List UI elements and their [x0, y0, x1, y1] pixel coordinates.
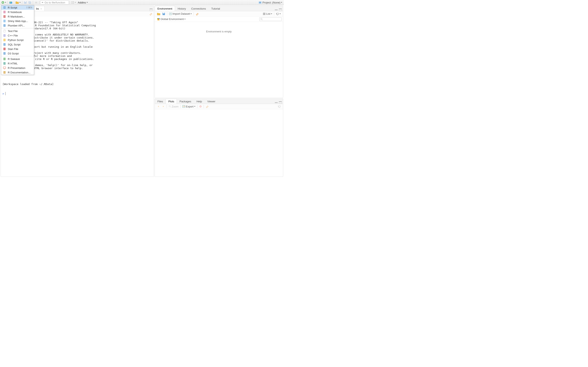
plot-prev-button[interactable]: [156, 104, 161, 108]
shiny-icon: [3, 19, 6, 23]
svg-rect-49: [163, 13, 164, 13]
zoom-button[interactable]: Zoom: [168, 104, 180, 108]
environment-scope-row: Global Environment: [155, 17, 283, 22]
svg-rect-24: [4, 25, 5, 26]
menu-item-python[interactable]: Python Script: [1, 38, 34, 42]
new-file-button[interactable]: [1, 0, 7, 4]
tab-tutorial[interactable]: Tutorial: [209, 6, 223, 11]
svg-rect-56: [275, 102, 278, 103]
grid-button[interactable]: [71, 0, 76, 4]
minimize-icon[interactable]: [275, 101, 278, 104]
clear-workspace-button[interactable]: [195, 12, 200, 16]
r-script-icon: [3, 6, 6, 9]
save-button[interactable]: [23, 0, 27, 4]
svg-rect-18: [4, 11, 5, 13]
menu-item-r-notebook[interactable]: R Notebook: [1, 10, 34, 14]
menu-item-label: R Script: [8, 6, 26, 9]
tab-packages[interactable]: Packages: [177, 99, 194, 104]
goto-file-function-input[interactable]: Go to file/function: [40, 0, 69, 4]
clear-plots-button[interactable]: [205, 104, 210, 108]
chevron-down-icon: [5, 2, 6, 3]
svg-rect-12: [73, 3, 74, 4]
menu-item-text-file[interactable]: Text File: [1, 29, 34, 33]
tab-history[interactable]: History: [175, 6, 189, 11]
environment-tabs: EnvironmentHistoryConnectionsTutorial: [155, 6, 283, 11]
global-environment-selector[interactable]: Global Environment: [156, 17, 187, 21]
menu-item-stan[interactable]: Stan File: [1, 47, 34, 51]
svg-rect-35: [4, 52, 5, 54]
menu-item-d3[interactable]: D3 Script: [1, 51, 34, 56]
menu-item-sql[interactable]: SQL Script: [1, 42, 34, 47]
chevron-down-icon: [279, 13, 281, 14]
menu-item-label: R Presentation: [8, 67, 32, 69]
chevron-down-icon: [190, 13, 192, 14]
refresh-button[interactable]: [275, 12, 282, 16]
svg-rect-51: [157, 19, 159, 20]
svg-rect-44: [150, 8, 153, 9]
tab-connections[interactable]: Connections: [189, 6, 208, 11]
tab-viewer[interactable]: Viewer: [205, 99, 218, 104]
list-grid-toggle[interactable]: List: [262, 12, 273, 16]
rhtml-icon: [3, 62, 6, 65]
plot-area: [155, 109, 283, 176]
tab-help[interactable]: Help: [194, 99, 205, 104]
import-dataset-button[interactable]: Import Dataset: [168, 12, 193, 16]
svg-rect-16: [4, 7, 5, 8]
svg-rect-29: [4, 39, 5, 41]
svg-rect-27: [4, 34, 5, 36]
menu-item-label: R Documentation...: [8, 71, 32, 74]
svg-rect-39: [4, 62, 5, 64]
menu-item-label: R Sweave: [8, 58, 32, 60]
svg-rect-58: [279, 101, 282, 102]
tab-files[interactable]: Files: [155, 99, 165, 104]
menu-item-r-markdown[interactable]: R Markdown...: [1, 14, 34, 19]
save-all-button[interactable]: [28, 0, 32, 4]
menu-item-label: SQL Script: [8, 43, 32, 46]
load-workspace-button[interactable]: [156, 12, 161, 16]
project-selector[interactable]: R Project: (None): [259, 1, 283, 4]
export-button[interactable]: Export: [181, 104, 196, 108]
menu-item-shortcut: ⇧⌘N: [26, 6, 32, 9]
sweave-icon: [3, 57, 6, 60]
svg-rect-37: [4, 58, 5, 60]
tab-plots[interactable]: Plots: [165, 99, 177, 104]
goto-placeholder: Go to file/function: [44, 1, 65, 4]
save-workspace-button[interactable]: [161, 12, 166, 16]
maximize-icon[interactable]: [279, 8, 282, 11]
presentation-icon: [3, 66, 6, 69]
menu-item-rdoc[interactable]: R Documentation...: [1, 70, 34, 75]
plot-next-button[interactable]: [161, 104, 166, 108]
chevron-down-icon: [19, 2, 21, 3]
environment-search-input[interactable]: [259, 17, 282, 21]
maximize-icon[interactable]: [279, 101, 282, 104]
close-icon[interactable]: ×: [40, 8, 42, 10]
menu-item-r-script[interactable]: R Script⇧⌘N: [1, 5, 34, 10]
maximize-icon[interactable]: [150, 8, 153, 11]
menu-item-rhtml[interactable]: R HTML: [1, 61, 34, 66]
svg-rect-6: [28, 1, 31, 3]
svg-rect-9: [71, 1, 72, 2]
menu-item-sweave[interactable]: R Sweave: [1, 57, 34, 61]
menu-item-label: Shiny Web App...: [8, 20, 32, 23]
refresh-plots-button[interactable]: [277, 104, 282, 108]
svg-rect-42: [4, 71, 5, 73]
menu-item-presentation[interactable]: R Presentation: [1, 66, 34, 70]
environment-toolbar: Import Dataset List: [155, 11, 283, 17]
menu-item-cpp[interactable]: C++ File: [1, 33, 34, 38]
remove-plot-button[interactable]: [198, 104, 203, 108]
r-markdown-icon: [3, 15, 6, 18]
open-file-button[interactable]: [15, 0, 21, 4]
plumber-icon: [3, 24, 6, 27]
svg-rect-50: [169, 13, 172, 15]
workspace-loaded-line: [Workspace loaded from ~/.RData]: [2, 83, 53, 86]
tab-environment[interactable]: Environment: [155, 6, 175, 11]
addins-menu[interactable]: Addins: [77, 1, 89, 4]
tab-jobs[interactable]: bs ×: [34, 6, 44, 11]
menu-item-shiny[interactable]: Shiny Web App...: [1, 19, 34, 23]
menu-item-plumber[interactable]: Plumber API...: [1, 23, 34, 28]
print-button[interactable]: [34, 0, 38, 4]
new-project-button[interactable]: [9, 0, 13, 4]
clear-console-icon[interactable]: [149, 12, 153, 16]
svg-rect-54: [159, 18, 160, 19]
minimize-icon[interactable]: [275, 8, 278, 11]
